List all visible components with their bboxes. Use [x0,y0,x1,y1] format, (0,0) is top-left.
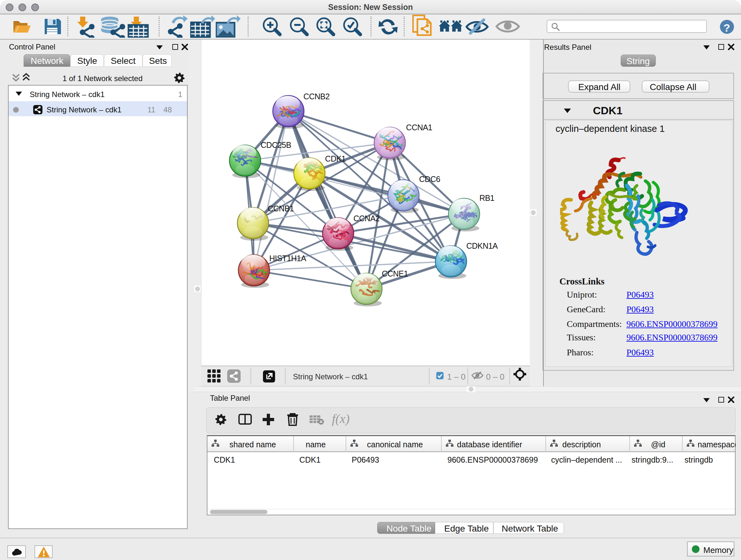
svg-text:CCNB1: CCNB1 [268,204,294,213]
svg-text:CDC6: CDC6 [419,175,440,184]
svg-text:RB1: RB1 [479,193,494,202]
svg-text:CDK1: CDK1 [325,154,346,163]
svg-text:CCNA1: CCNA1 [406,123,432,132]
svg-text:CCNA2: CCNA2 [354,214,380,223]
svg-text:CCNE1: CCNE1 [382,269,408,278]
svg-text:CCNB2: CCNB2 [304,92,330,101]
svg-text:CDC25B: CDC25B [261,140,291,149]
svg-text:CDKN1A: CDKN1A [466,241,498,250]
svg-text:HIST1H1A: HIST1H1A [269,254,307,263]
